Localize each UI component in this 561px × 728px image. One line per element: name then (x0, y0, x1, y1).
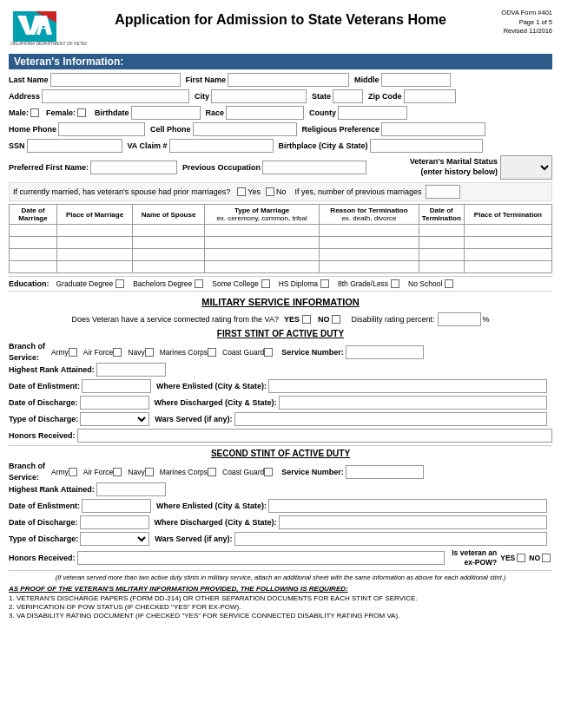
address-input[interactable] (42, 89, 189, 103)
marriage-type-1[interactable] (204, 225, 319, 237)
preferred-name-input[interactable] (90, 161, 177, 174)
termination-date-2[interactable] (419, 237, 464, 249)
pow-yes-label: YES (500, 554, 515, 562)
svg-rect-6 (43, 26, 45, 28)
air-force-checkbox-2[interactable] (113, 468, 122, 476)
birthdate-input[interactable] (131, 106, 201, 120)
spouse-name-1[interactable] (133, 225, 205, 237)
where-enlisted-input-1[interactable] (268, 379, 547, 393)
marriage-place-2[interactable] (57, 237, 133, 249)
army-checkbox-2[interactable] (69, 468, 77, 476)
va-claim-input[interactable] (169, 139, 274, 153)
prev-occupation-input[interactable] (262, 161, 366, 174)
no-school-checkbox[interactable] (445, 279, 453, 288)
honors-input-2[interactable] (77, 551, 446, 565)
marital-status-select[interactable] (500, 155, 552, 180)
first-name-input[interactable] (228, 73, 349, 87)
female-checkbox[interactable] (77, 108, 86, 117)
discharge-type-select-2[interactable] (80, 532, 149, 546)
termination-reason-1[interactable] (320, 225, 419, 237)
spouse-name-2[interactable] (133, 237, 205, 249)
termination-reason-4[interactable] (320, 261, 419, 273)
service-number-label-2: Service Number: (281, 468, 344, 476)
prior-yes-checkbox[interactable] (237, 187, 246, 196)
wars-served-input-1[interactable] (234, 412, 547, 426)
termination-date-1[interactable] (419, 225, 464, 237)
pow-no-checkbox[interactable] (542, 554, 551, 562)
svc-yes-checkbox[interactable] (302, 315, 311, 324)
coast-guard-checkbox-2[interactable] (264, 468, 273, 476)
honors-label-2: Honors Received: (9, 554, 76, 562)
home-phone-input[interactable] (58, 122, 145, 136)
marriage-date-4[interactable] (10, 261, 57, 273)
some-college-checkbox[interactable] (261, 279, 270, 288)
last-name-input[interactable] (50, 73, 181, 87)
pow-yes-checkbox[interactable] (517, 554, 525, 562)
state-input[interactable] (333, 89, 363, 103)
marriage-date-1[interactable] (10, 225, 57, 237)
marriage-place-3[interactable] (57, 249, 133, 261)
marines-checkbox-2[interactable] (208, 468, 216, 476)
bachelors-checkbox[interactable] (195, 279, 203, 288)
termination-place-3[interactable] (464, 249, 551, 261)
marriage-date-2[interactable] (10, 237, 57, 249)
religious-pref-input[interactable] (381, 122, 485, 136)
discharge-date-input-2[interactable] (80, 515, 149, 529)
termination-place-4[interactable] (464, 261, 551, 273)
where-discharged-input-1[interactable] (279, 396, 547, 410)
svc-no-checkbox[interactable] (332, 315, 340, 324)
highest-rank-input-2[interactable] (96, 482, 166, 496)
navy-checkbox-2[interactable] (145, 468, 154, 476)
army-checkbox-1[interactable] (69, 348, 77, 357)
highest-rank-input-1[interactable] (96, 363, 166, 377)
ssn-input[interactable] (27, 139, 122, 153)
termination-reason-2[interactable] (320, 237, 419, 249)
marriage-type-4[interactable] (204, 261, 319, 273)
termination-reason-3[interactable] (320, 249, 419, 261)
military-section-header: MILITARY SERVICE INFORMATION (9, 294, 552, 310)
marriage-date-3[interactable] (10, 249, 57, 261)
service-number-input-2[interactable] (346, 465, 424, 479)
eighth-grade-checkbox[interactable] (391, 279, 399, 288)
enlistment-date-input-1[interactable] (82, 379, 151, 393)
county-input[interactable] (338, 106, 407, 120)
air-force-label-2: Air Force (83, 468, 113, 476)
marriage-type-3[interactable] (204, 249, 319, 261)
footnote: (If veteran served more than two active … (9, 570, 552, 581)
hs-diploma-checkbox[interactable] (320, 279, 329, 288)
termination-date-3[interactable] (419, 249, 464, 261)
prior-count-input[interactable] (426, 185, 460, 199)
marriage-place-4[interactable] (57, 261, 133, 273)
enlistment-date-input-2[interactable] (82, 499, 151, 513)
spouse-name-3[interactable] (133, 249, 205, 261)
where-enlisted-input-2[interactable] (268, 499, 547, 513)
termination-place-2[interactable] (464, 237, 551, 249)
coast-guard-checkbox-1[interactable] (264, 348, 273, 357)
honors-input-1[interactable] (77, 429, 552, 443)
wars-served-input-2[interactable] (234, 532, 547, 546)
discharge-type-select-1[interactable] (80, 412, 149, 426)
city-input[interactable] (211, 89, 307, 103)
navy-checkbox-1[interactable] (145, 348, 154, 357)
race-input[interactable] (226, 106, 304, 120)
marines-checkbox-1[interactable] (208, 348, 216, 357)
male-checkbox[interactable] (30, 108, 39, 117)
middle-input[interactable] (381, 73, 451, 87)
air-force-checkbox-1[interactable] (113, 348, 122, 357)
discharge-date-input-1[interactable] (80, 396, 149, 410)
cell-phone-input[interactable] (193, 122, 297, 136)
disability-rating-input[interactable] (438, 312, 481, 326)
marriage-type-2[interactable] (204, 237, 319, 249)
termination-place-1[interactable] (464, 225, 551, 237)
discharge-type-field-2: Type of Discharge: (9, 532, 149, 546)
grad-degree-checkbox[interactable] (116, 279, 124, 288)
veterans-info-header: Veteran's Information: (9, 54, 552, 69)
zip-input[interactable] (404, 89, 456, 103)
marriage-place-1[interactable] (57, 225, 133, 237)
spouse-name-4[interactable] (133, 261, 205, 273)
birthplace-input[interactable] (370, 139, 483, 153)
termination-date-4[interactable] (419, 261, 464, 273)
where-discharged-input-2[interactable] (279, 515, 547, 529)
service-number-input-1[interactable] (346, 345, 424, 359)
prior-no-checkbox[interactable] (266, 187, 274, 196)
